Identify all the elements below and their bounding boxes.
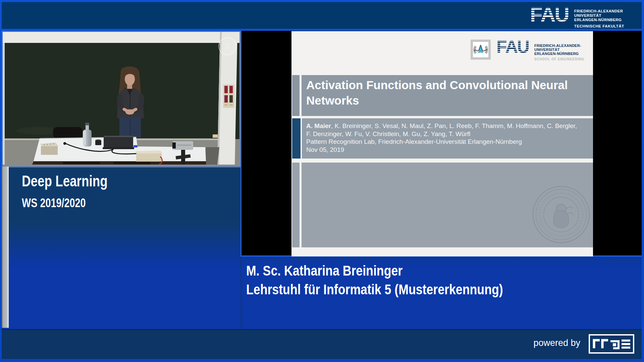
slide-title-line1: Activation Functions and Convolutional N… bbox=[306, 77, 593, 93]
lecture-video-page: FAU FRIEDRICH-ALEXANDER UNIVERSITÄT ERLA… bbox=[0, 0, 644, 362]
fau-line2: UNIVERSITÄT bbox=[574, 13, 624, 18]
fau-line1: FRIEDRICH-ALEXANDER bbox=[574, 9, 624, 13]
title-band-left-segment bbox=[292, 75, 300, 116]
main-area: Deep Learning WS 2019/2020 bbox=[2, 31, 642, 359]
slide-date: Nov 05, 2019 bbox=[306, 146, 593, 154]
author-accent-bar bbox=[292, 118, 301, 159]
chair bbox=[53, 127, 83, 138]
fau-slide-wordmark: FRIEDRICH-ALEXANDER- UNIVERSITÄT ERLANGE… bbox=[534, 40, 584, 61]
slide-authors: A. Maier, K. Breininger, S. Vesal, N. Ma… bbox=[302, 118, 593, 159]
authors-line2: F. Denzinger, W. Fu, V. Christlein, M. G… bbox=[306, 130, 593, 138]
fau-slide-logo: FAU FRIEDRICH-ALEXANDER- UNIVERSITÄT ERL… bbox=[497, 40, 584, 61]
course-term: WS 2019/2020 bbox=[22, 196, 108, 210]
blackboard bbox=[5, 43, 223, 139]
lower-band-left-segment bbox=[292, 163, 300, 247]
usb-connector bbox=[133, 145, 138, 147]
school-label: SCHOOL OF ENGINEERING bbox=[534, 57, 584, 61]
bottom-bar: powered by bbox=[2, 329, 642, 359]
slide-title-line2: Networks bbox=[306, 93, 593, 108]
bottle-cap bbox=[85, 123, 89, 126]
fau-slide-line1: FRIEDRICH-ALEXANDER- bbox=[534, 44, 584, 48]
speaker-department: Lehrstuhl für Informatik 5 (Mustererkenn… bbox=[246, 282, 503, 298]
affiliation: Pattern Recognition Lab, Friedrich-Alexa… bbox=[306, 138, 593, 146]
university-seal-icon bbox=[532, 185, 591, 244]
slide-lower-band bbox=[302, 163, 593, 247]
speaker-video[interactable] bbox=[2, 31, 243, 168]
fau-line3: ERLANGEN-NÜRNBERG bbox=[574, 18, 624, 22]
fau-slide-letters: FAU bbox=[497, 40, 529, 54]
eraser bbox=[213, 134, 218, 138]
authors-line1: A. Maier, K. Breininger, S. Vesal, N. Ma… bbox=[306, 122, 593, 130]
left-edge-strip bbox=[2, 167, 9, 328]
first-author: A. Maier bbox=[306, 122, 331, 129]
water-bottle bbox=[83, 130, 92, 146]
column-divider bbox=[240, 257, 241, 329]
rrze-logo-icon[interactable] bbox=[589, 334, 634, 354]
speaker-name: M. Sc. Katharina Breininger bbox=[246, 263, 402, 279]
fau-header-logo[interactable]: FAU FRIEDRICH-ALEXANDER UNIVERSITÄT ERLA… bbox=[531, 6, 624, 28]
fau-striped-letters-icon: FAU bbox=[531, 6, 570, 23]
fau-slide-line2: UNIVERSITÄT bbox=[534, 48, 584, 52]
slide-panel[interactable]: FAU FRIEDRICH-ALEXANDER- UNIVERSITÄT ERL… bbox=[240, 31, 642, 257]
slide-title: Activation Functions and Convolutional N… bbox=[302, 75, 593, 116]
fau-letters: FAU bbox=[531, 6, 569, 23]
lecture-hall-scene bbox=[3, 32, 239, 165]
upper-wall bbox=[3, 32, 239, 44]
course-title: Deep Learning bbox=[22, 172, 108, 190]
laptop bbox=[104, 136, 133, 148]
powered-by-label: powered by bbox=[533, 338, 580, 348]
course-info: Deep Learning WS 2019/2020 bbox=[22, 172, 129, 210]
top-bar: FAU FRIEDRICH-ALEXANDER UNIVERSITÄT ERLA… bbox=[2, 2, 642, 29]
presentation-slide: FAU FRIEDRICH-ALEXANDER- UNIVERSITÄT ERL… bbox=[291, 31, 593, 256]
university-seal-watermark-icon bbox=[219, 38, 236, 55]
fau-slide-line3: ERLANGEN-NÜRNBERG bbox=[534, 52, 584, 56]
pattern-recognition-lab-logo-icon bbox=[471, 40, 491, 60]
faculty-label: TECHNISCHE FAKULTÄT bbox=[574, 24, 624, 28]
fau-striped-letters-navy-icon: FAU bbox=[497, 40, 532, 54]
cup bbox=[95, 140, 101, 145]
fau-header-wordmark: FRIEDRICH-ALEXANDER UNIVERSITÄT ERLANGEN… bbox=[574, 6, 624, 28]
